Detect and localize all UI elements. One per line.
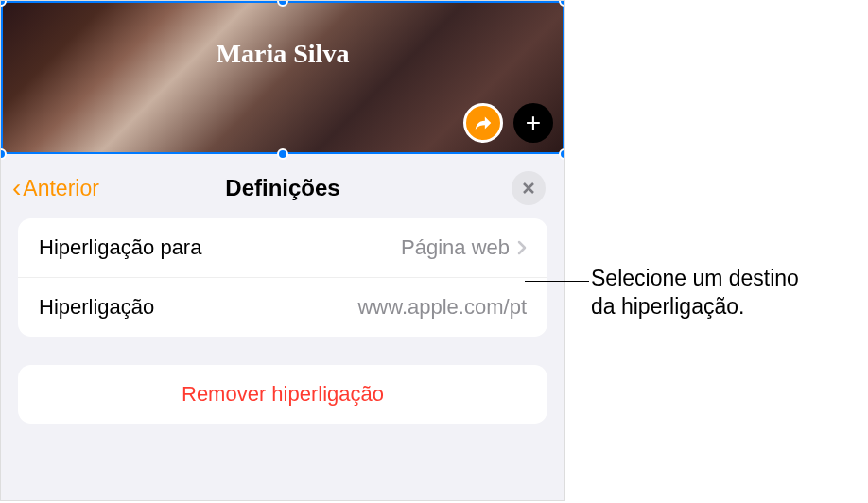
header-image[interactable]: Maria Silva + <box>1 1 564 154</box>
link-url-label: Hiperligação <box>39 295 154 320</box>
panel-title: Definições <box>225 175 339 201</box>
link-url-value-text: www.apple.com/pt <box>357 295 527 320</box>
header-title: Maria Silva <box>217 39 350 69</box>
remove-group: Remover hiperligação <box>18 365 547 424</box>
selection-border <box>1 1 3 154</box>
close-icon <box>521 181 536 196</box>
settings-group: Hiperligação para Página web Hiperligaçã… <box>18 218 547 337</box>
callout-line2: da hiperligação. <box>591 294 744 319</box>
chevron-left-icon: ‹ <box>12 175 21 201</box>
link-action-button[interactable] <box>463 103 503 143</box>
add-button[interactable]: + <box>513 103 553 143</box>
close-button[interactable] <box>512 171 546 205</box>
panel-header: ‹ Anterior Definições <box>1 154 564 218</box>
link-to-value-text: Página web <box>401 235 510 260</box>
link-url-value: www.apple.com/pt <box>357 295 527 320</box>
chevron-right-icon <box>517 240 527 255</box>
link-url-row[interactable]: Hiperligação www.apple.com/pt <box>18 277 547 337</box>
link-to-label: Hiperligação para <box>39 235 201 260</box>
callout-leader-line <box>525 281 589 282</box>
share-arrow-icon <box>473 113 494 133</box>
plus-icon: + <box>526 108 541 138</box>
callout-line1: Selecione um destino <box>591 266 799 290</box>
settings-panel: ‹ Anterior Definições Hiperligação para … <box>1 154 564 500</box>
link-to-value: Página web <box>401 235 527 260</box>
remove-link-button[interactable]: Remover hiperligação <box>35 382 530 407</box>
back-label: Anterior <box>23 176 99 201</box>
callout-text: Selecione um destino da hiperligação. <box>591 265 799 321</box>
selection-border <box>563 1 564 154</box>
back-button[interactable]: ‹ Anterior <box>12 175 99 201</box>
app-window: Maria Silva + ‹ Anterior Definições Hip <box>0 0 565 501</box>
link-to-row[interactable]: Hiperligação para Página web <box>18 218 547 277</box>
